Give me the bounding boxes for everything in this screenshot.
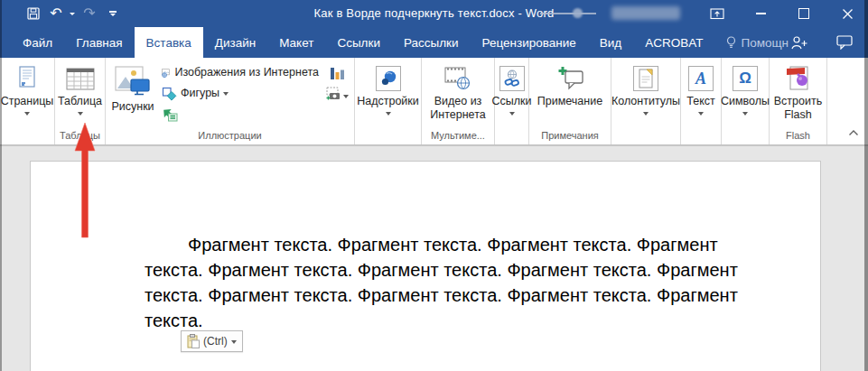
smartart-button[interactable] xyxy=(160,104,319,125)
group-pages: Страницы xyxy=(0,58,55,144)
tab-references[interactable]: Ссылки xyxy=(325,27,392,58)
tab-home[interactable]: Главная xyxy=(64,27,134,58)
window-left-edge xyxy=(0,0,2,371)
lightbulb-icon xyxy=(726,36,736,50)
embed-flash-button[interactable]: Встроить Flash xyxy=(770,60,826,122)
group-flash: Встроить Flash Flash xyxy=(770,58,827,144)
document-line: Фрагмент текста. Фрагмент текста. Фрагме… xyxy=(145,232,738,257)
chart-icon xyxy=(329,65,345,81)
chart-button[interactable] xyxy=(319,62,353,83)
undo-icon: ↶ xyxy=(50,6,61,21)
ribbon-display-options-icon xyxy=(710,7,724,20)
online-video-icon xyxy=(444,66,471,91)
text-icon: A xyxy=(688,66,714,91)
undo-dropdown[interactable] xyxy=(67,0,78,27)
redo-button[interactable]: ↷ xyxy=(78,0,101,27)
text-button[interactable]: A Текст xyxy=(681,60,721,116)
tab-mailings[interactable]: Рассылки xyxy=(392,27,471,58)
chevron-down-icon xyxy=(223,92,229,96)
addins-button[interactable]: Надстройки xyxy=(355,60,421,116)
window-right-edge xyxy=(864,0,868,371)
redacted-account-name xyxy=(611,6,680,20)
chevron-down-icon xyxy=(386,112,391,116)
pages-icon xyxy=(17,66,37,91)
group-media: Видео из Интернета Мультиме... xyxy=(422,58,495,144)
links-icon xyxy=(499,66,525,91)
tab-review[interactable]: Рецензирование xyxy=(471,27,588,58)
header-footer-button[interactable]: Колонтитулы xyxy=(611,60,680,116)
minimize-button[interactable] xyxy=(747,0,774,27)
addins-icon xyxy=(376,66,401,91)
comments-panel-button[interactable] xyxy=(821,35,868,50)
tab-file[interactable]: Файл xyxy=(11,27,64,58)
minimize-icon xyxy=(756,13,766,14)
ribbon: Страницы Таблица Таблицы xyxy=(0,58,868,145)
tab-layout[interactable]: Макет xyxy=(267,27,325,58)
group-symbols: Ω Символы xyxy=(722,58,770,144)
pages-button[interactable]: Страницы xyxy=(0,60,54,116)
close-button[interactable] xyxy=(834,0,861,27)
ribbon-display-options-button[interactable] xyxy=(704,0,731,27)
tab-design[interactable]: Дизайн xyxy=(203,27,267,58)
customize-qat-button[interactable] xyxy=(101,0,125,27)
maximize-button[interactable] xyxy=(790,0,817,27)
save-button[interactable] xyxy=(22,0,45,27)
tab-view[interactable]: Вид xyxy=(588,27,633,58)
header-footer-icon xyxy=(633,66,658,91)
close-icon xyxy=(842,8,854,20)
chevron-down-icon xyxy=(231,340,237,344)
group-illustrations: Рисунки Изображения из Интернета Фигуры xyxy=(106,58,355,144)
document-line: текста. xyxy=(145,308,738,333)
symbols-button[interactable]: Ω Символы xyxy=(722,60,769,116)
save-icon xyxy=(27,7,40,20)
new-comment-icon xyxy=(555,65,584,92)
document-line: текста. Фрагмент текста. Фрагмент текста… xyxy=(145,283,738,308)
share-person-icon xyxy=(790,35,807,50)
shapes-icon xyxy=(162,87,177,101)
group-comments: Примечание Примечания xyxy=(529,58,611,144)
chevron-up-icon xyxy=(848,129,859,136)
tab-acrobat[interactable]: ACROBAT xyxy=(633,27,714,58)
chevron-down-icon xyxy=(24,112,30,116)
shapes-button[interactable]: Фигуры xyxy=(160,83,319,104)
clipboard-paste-icon xyxy=(187,334,200,348)
screenshot-button[interactable] xyxy=(319,83,353,104)
comment-bubble-icon xyxy=(836,35,854,50)
redacted-line xyxy=(540,13,596,14)
embed-flash-icon xyxy=(785,65,812,92)
screenshot-icon xyxy=(326,87,341,100)
table-button[interactable]: Таблица xyxy=(55,60,105,116)
pictures-icon xyxy=(115,66,151,97)
window-title: Как в Ворде подчеркнуть текст.docx - Wor… xyxy=(0,6,868,20)
online-pictures-icon xyxy=(162,66,171,80)
online-video-button[interactable]: Видео из Интернета xyxy=(422,60,494,122)
redo-icon: ↷ xyxy=(83,6,95,21)
title-bar: ↶ ↷ Как в Ворде подчеркнуть текст.docx -… xyxy=(0,0,868,27)
paste-options-button[interactable]: (Ctrl) xyxy=(181,330,243,352)
chevron-down-icon xyxy=(70,13,75,15)
tabrow-right-controls xyxy=(776,27,868,58)
collapse-ribbon-button[interactable] xyxy=(848,124,859,140)
maximize-icon xyxy=(798,8,809,19)
links-button[interactable]: Ссылки xyxy=(495,60,528,116)
document-paragraph: Фрагмент текста. Фрагмент текста. Фрагме… xyxy=(145,232,738,333)
chevron-down-icon xyxy=(78,112,83,116)
chevron-down-icon xyxy=(343,95,349,98)
tab-insert[interactable]: Вставка xyxy=(135,27,203,58)
redacted-dot xyxy=(573,8,583,18)
undo-button[interactable]: ↶ xyxy=(45,0,67,27)
customize-qat-icon xyxy=(109,11,117,16)
chevron-down-icon xyxy=(742,112,748,116)
omega-symbol-icon: Ω xyxy=(733,66,758,91)
smartart-icon xyxy=(162,107,178,122)
comment-button[interactable]: Примечание xyxy=(529,60,611,108)
online-pictures-button[interactable]: Изображения из Интернета xyxy=(160,62,319,83)
ribbon-tab-bar: Файл Главная Вставка Дизайн Макет Ссылки… xyxy=(0,27,868,58)
ribbon-filler xyxy=(827,58,868,144)
group-header-footer: Колонтитулы xyxy=(611,58,681,144)
table-icon xyxy=(66,67,95,91)
share-button[interactable] xyxy=(776,35,821,50)
chevron-down-icon xyxy=(643,112,649,116)
group-addins: Надстройки xyxy=(355,58,422,144)
chevron-down-icon xyxy=(509,112,515,116)
